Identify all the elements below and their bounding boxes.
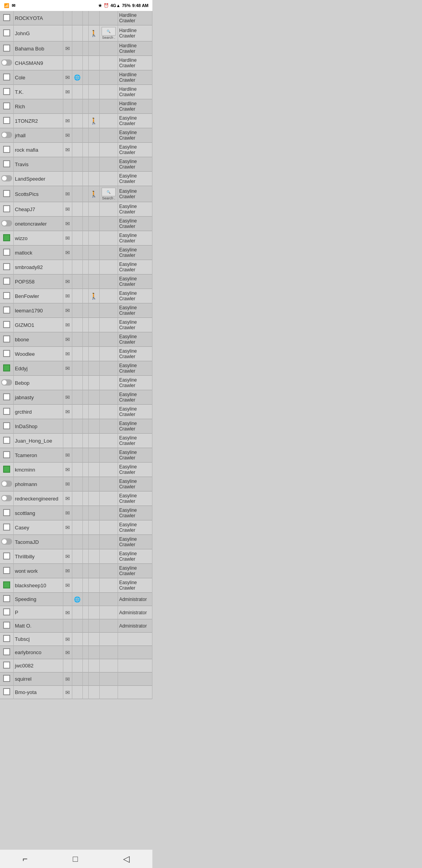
col-name[interactable]: jwc0082 [14,659,63,673]
checkbox-empty[interactable] [3,524,10,531]
col-name[interactable]: CHASMAN9 [14,56,63,70]
checkbox-empty[interactable] [3,249,10,256]
col-name[interactable]: Juan_Hong_Loe [14,434,63,448]
col-check[interactable] [0,157,14,172]
col-name[interactable]: Eddyj [14,361,63,376]
col-name[interactable]: Matt O. [14,619,63,633]
col-check[interactable] [0,186,14,202]
toggle-off[interactable] [1,481,12,487]
table-row[interactable]: Bmo-yota ✉ [0,686,152,699]
table-row[interactable]: squirrel ✉ [0,673,152,686]
table-row[interactable]: Juan_Hong_Loe Easyline Crawler [0,434,152,448]
col-check[interactable] [0,217,14,231]
col-name[interactable]: JohnG [14,25,63,41]
table-row[interactable]: Travis Easyline Crawler [0,157,152,172]
table-row[interactable]: LandSpeeder Easyline Crawler [0,172,152,186]
col-name[interactable]: T.K. [14,85,63,99]
col-name[interactable]: earlybronco [14,646,63,659]
table-row[interactable]: BenFowler ✉ 🚶 Easyline Crawler [0,289,152,303]
col-name[interactable]: Bahama Bob [14,41,63,56]
col-name[interactable]: matlock [14,246,63,260]
col-check[interactable] [0,114,14,128]
col-check[interactable] [0,231,14,246]
col-check[interactable] [0,347,14,361]
table-row[interactable]: Woodlee ✉ Easyline Crawler [0,347,152,361]
table-row[interactable]: Eddyj ✉ Easyline Crawler [0,361,152,376]
col-name[interactable]: Tubscj [14,633,63,646]
col-check[interactable] [0,303,14,318]
col-check[interactable] [0,56,14,70]
checkbox-empty[interactable] [3,321,10,328]
col-check[interactable] [0,491,14,506]
table-row[interactable]: TacomaJD Easyline Crawler [0,535,152,549]
col-name[interactable]: wont work [14,564,63,578]
col-check[interactable] [0,25,14,41]
checkbox-empty[interactable] [3,205,10,212]
col-name[interactable]: Woodlee [14,347,63,361]
col-check[interactable] [0,70,14,85]
checkbox-empty[interactable] [3,45,10,52]
col-name[interactable]: Cole [14,70,63,85]
col-name[interactable]: Rich [14,99,63,114]
checkbox-empty[interactable] [3,29,10,36]
col-check[interactable] [0,289,14,303]
col-check[interactable] [0,506,14,520]
table-row[interactable]: ScottsPics ✉ 🚶 🔍 Search . Easyline Crawl… [0,186,152,202]
table-row[interactable]: leeman1790 ✉ Easyline Crawler [0,303,152,318]
col-check[interactable] [0,260,14,274]
col-name[interactable]: Thrillbilly [14,549,63,564]
col-check[interactable] [0,463,14,477]
table-row[interactable]: T.K. ✉ Hardline Crawler [0,85,152,99]
checkbox-empty[interactable] [3,117,10,124]
table-row[interactable]: jwc0082 [0,659,152,673]
col-name[interactable]: LandSpeeder [14,172,63,186]
toggle-off[interactable] [1,495,12,501]
table-row[interactable]: bbone ✉ Easyline Crawler [0,332,152,347]
checkbox-empty[interactable] [3,608,10,615]
col-name[interactable]: pholmann [14,477,63,491]
checkbox-empty[interactable] [3,552,10,560]
col-name[interactable]: leeman1790 [14,303,63,318]
checkbox-empty[interactable] [3,335,10,343]
checkbox-checked[interactable] [3,466,10,473]
table-row[interactable]: wont work ✉ Easyline Crawler [0,564,152,578]
col-check[interactable] [0,41,14,56]
toggle-off[interactable] [1,132,12,138]
col-name[interactable]: CheapJ7 [14,202,63,217]
col-name[interactable]: Tcameron [14,448,63,463]
col-check[interactable] [0,419,14,434]
table-row[interactable]: pholmann ✉ Easyline Crawler [0,477,152,491]
col-name[interactable]: 1TONZR2 [14,114,63,128]
col-name[interactable]: blacksheep10 [14,578,63,593]
col-check[interactable] [0,85,14,99]
checkbox-checked[interactable] [3,364,10,371]
col-name[interactable]: redneckengineered [14,491,63,506]
table-row[interactable]: matlock ✉ Easyline Crawler [0,246,152,260]
checkbox-empty[interactable] [3,88,10,95]
col-check[interactable] [0,274,14,289]
col-check[interactable] [0,535,14,549]
table-row[interactable]: scottlang ✉ Easyline Crawler [0,506,152,520]
checkbox-empty[interactable] [3,278,10,285]
col-check[interactable] [0,143,14,157]
toggle-off[interactable] [1,220,12,226]
table-row[interactable]: Rich Hardline Crawler [0,99,152,114]
col-name[interactable]: jabnasty [14,390,63,405]
checkbox-empty[interactable] [3,635,10,642]
col-check[interactable] [0,477,14,491]
checkbox-empty[interactable] [3,263,10,270]
checkbox-empty[interactable] [3,451,10,458]
col-name[interactable]: squirrel [14,673,63,686]
col-name[interactable]: onetoncrawler [14,217,63,231]
table-row[interactable]: blacksheep10 ✉ Easyline Crawler [0,578,152,593]
table-row[interactable]: kmcminn ✉ Easyline Crawler [0,463,152,477]
col-check[interactable] [0,633,14,646]
col-name[interactable]: P [14,606,63,619]
table-row[interactable]: jabnasty ✉ Easyline Crawler [0,390,152,405]
col-check[interactable] [0,361,14,376]
checkbox-empty[interactable] [3,648,10,655]
table-row[interactable]: wizzo ✉ Easyline Crawler [0,231,152,246]
table-row[interactable]: Thrillbilly ✉ Easyline Crawler [0,549,152,564]
table-row[interactable]: Bahama Bob ✉ Hardline Crawler [0,41,152,56]
col-check[interactable] [0,619,14,633]
